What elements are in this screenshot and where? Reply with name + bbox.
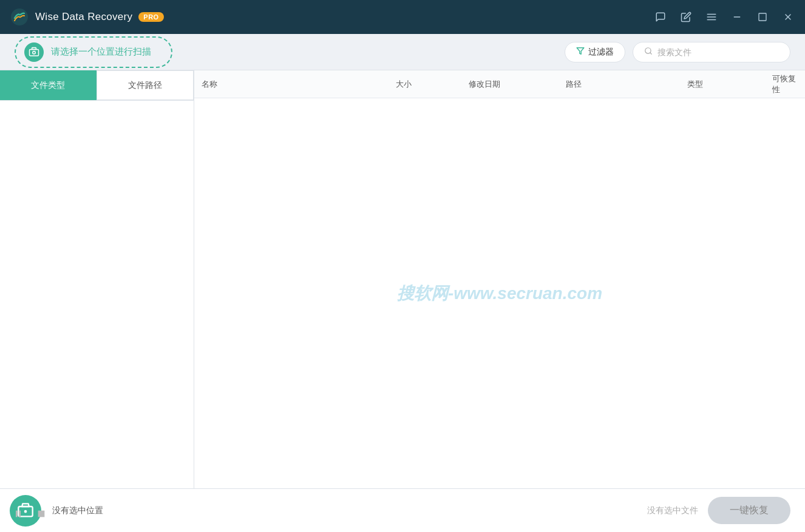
sidebar: 文件类型 文件路径 bbox=[0, 70, 194, 488]
minimize-button[interactable] bbox=[730, 10, 744, 24]
edit-button[interactable] bbox=[679, 10, 693, 24]
search-input[interactable] bbox=[657, 47, 779, 57]
titlebar-left: Wise Data Recovery PRO bbox=[10, 7, 164, 27]
filter-icon bbox=[576, 47, 585, 57]
search-icon bbox=[644, 47, 653, 58]
title-bar: Wise Data Recovery PRO bbox=[0, 0, 805, 34]
svg-rect-17 bbox=[38, 511, 45, 517]
svg-marker-10 bbox=[577, 48, 584, 55]
filter-label: 过滤器 bbox=[588, 47, 614, 58]
toolbar: 请选择一个位置进行扫描 过滤器 bbox=[0, 34, 805, 70]
titlebar-right bbox=[653, 10, 795, 24]
search-box bbox=[633, 42, 790, 62]
tab-file-path[interactable]: 文件路径 bbox=[97, 70, 194, 100]
toolbar-right: 过滤器 bbox=[565, 42, 790, 62]
table-header: 名称 大小 修改日期 路径 类型 可恢复性 bbox=[194, 70, 805, 98]
scan-button-label: 请选择一个位置进行扫描 bbox=[51, 46, 151, 58]
no-location-status: 没有选中位置 bbox=[52, 505, 103, 516]
bottom-controls bbox=[11, 507, 49, 521]
sidebar-content bbox=[0, 101, 194, 488]
statusbar-right: 没有选中文件 一键恢复 bbox=[647, 497, 790, 524]
svg-rect-16 bbox=[19, 511, 21, 517]
svg-point-9 bbox=[33, 51, 36, 54]
table-body: 搜软网-www.secruan.com bbox=[194, 98, 805, 488]
scan-location-button[interactable]: 请选择一个位置进行扫描 bbox=[15, 36, 172, 68]
col-header-type: 类型 bbox=[687, 79, 772, 90]
menu-button[interactable] bbox=[704, 10, 719, 24]
main-area: 文件类型 文件路径 名称 大小 修改日期 路径 类型 可恢复性 搜软网-www.… bbox=[0, 70, 805, 488]
no-files-status: 没有选中文件 bbox=[647, 505, 698, 516]
chat-button[interactable] bbox=[653, 10, 668, 24]
app-title: Wise Data Recovery bbox=[35, 11, 132, 23]
pro-badge: PRO bbox=[138, 12, 163, 22]
col-header-size: 大小 bbox=[396, 79, 469, 90]
scan-icon bbox=[24, 42, 44, 62]
col-header-path: 路径 bbox=[566, 79, 687, 90]
tab-bar: 文件类型 文件路径 bbox=[0, 70, 194, 101]
app-logo-icon bbox=[10, 7, 29, 27]
status-bar: 没有选中位置 没有选中文件 一键恢复 bbox=[0, 488, 805, 532]
watermark: 搜软网-www.secruan.com bbox=[397, 282, 602, 305]
tab-file-type[interactable]: 文件类型 bbox=[0, 70, 97, 100]
file-panel: 名称 大小 修改日期 路径 类型 可恢复性 搜软网-www.secruan.co… bbox=[194, 70, 805, 488]
pause-button[interactable] bbox=[11, 507, 25, 521]
col-header-recoverable: 可恢复性 bbox=[772, 73, 798, 95]
svg-rect-15 bbox=[16, 511, 18, 517]
stop-button[interactable] bbox=[34, 507, 49, 521]
svg-line-12 bbox=[650, 52, 652, 54]
close-button[interactable] bbox=[781, 10, 795, 24]
svg-rect-5 bbox=[759, 13, 766, 21]
filter-button[interactable]: 过滤器 bbox=[565, 42, 625, 62]
recover-button[interactable]: 一键恢复 bbox=[708, 497, 790, 524]
col-header-name: 名称 bbox=[202, 79, 396, 90]
col-header-date: 修改日期 bbox=[469, 79, 566, 90]
maximize-button[interactable] bbox=[755, 10, 770, 24]
svg-rect-8 bbox=[30, 49, 39, 56]
